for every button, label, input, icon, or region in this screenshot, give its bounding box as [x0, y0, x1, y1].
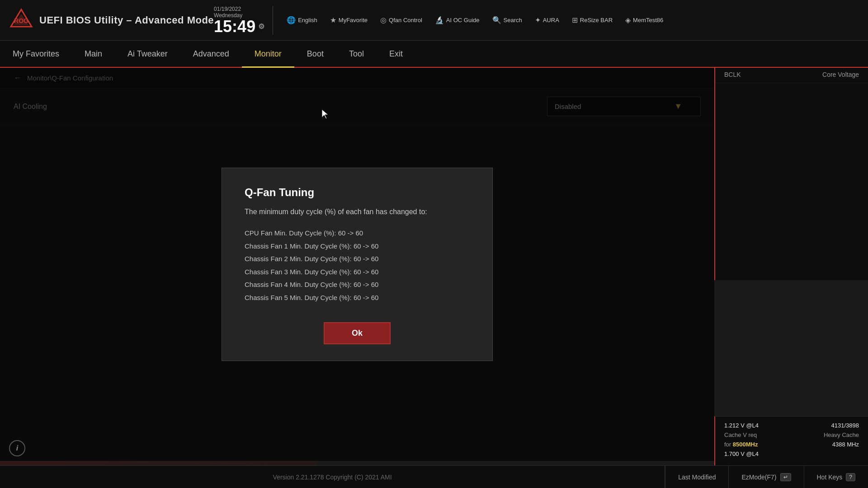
footer-ezmode[interactable]: EzMode(F7) ↵ [728, 466, 803, 488]
hw-corevoltage-label: Core Voltage [822, 71, 859, 78]
hw-row-bclk-voltage: BCLK Core Voltage [715, 66, 868, 83]
dialog-entry-2: Chassis Fan 2 Min. Duty Cycle (%): 60 ->… [245, 253, 470, 266]
toolbar-language[interactable]: 🌐 English [281, 13, 323, 27]
dialog-entry-1: Chassis Fan 1 Min. Duty Cycle (%): 60 ->… [245, 240, 470, 253]
toolbar-qfan[interactable]: ◎ Qfan Control [375, 13, 428, 27]
memtest-icon: ◈ [625, 16, 631, 24]
hw-bottom-row-4: 1.700 V @L4 [724, 450, 859, 457]
ezmode-icon: ↵ [780, 473, 791, 481]
toolbar: 🌐 English ★ MyFavorite ◎ Qfan Control 🔬 … [281, 13, 859, 27]
hw-bottom-val-1-left: 1.212 V @L4 [724, 422, 759, 429]
globe-icon: 🌐 [287, 16, 296, 24]
logo-area: ROG UEFI BIOS Utility – Advanced Mode [9, 8, 214, 33]
hotkeys-label: Hot Keys [817, 474, 843, 481]
hotkeys-icon: ? [846, 473, 855, 481]
dialog-box: Q-Fan Tuning The minimum duty cycle (%) … [222, 168, 493, 361]
hw-bottom-label-2-right: Heavy Cache [824, 432, 859, 438]
dialog-entry-4: Chassis Fan 4 Min. Duty Cycle (%): 60 ->… [245, 278, 470, 291]
nav-item-tool[interactable]: Tool [336, 42, 377, 68]
hw-bottom-row-1: 1.212 V @L4 4131/3898 [724, 422, 859, 429]
aura-icon: ✦ [535, 16, 541, 24]
resize-icon: ⊞ [572, 16, 578, 24]
dialog-title: Q-Fan Tuning [245, 186, 470, 199]
footer-version: Version 2.21.1278 Copyright (C) 2021 AMI [0, 474, 665, 481]
footer: Version 2.21.1278 Copyright (C) 2021 AMI… [0, 465, 868, 488]
svg-text:ROG: ROG [14, 17, 28, 24]
date-display: 01/19/2022Wednesday [214, 6, 242, 19]
nav-item-monitor[interactable]: Monitor [242, 42, 294, 68]
dialog-buttons: Ok [245, 322, 470, 344]
hw-bottom-highlight: 8500MHz [733, 441, 758, 448]
toolbar-aura[interactable]: ✦ AURA [529, 13, 565, 27]
nav-item-favorites[interactable]: My Favorites [0, 42, 72, 68]
nav-item-advanced[interactable]: Advanced [180, 42, 242, 68]
footer-hotkeys[interactable]: Hot Keys ? [804, 466, 868, 488]
hw-bclk-label: BCLK [724, 71, 741, 78]
rog-logo-icon: ROG [9, 8, 34, 33]
info-icon[interactable]: i [9, 440, 25, 456]
toolbar-resizebar[interactable]: ⊞ ReSize BAR [566, 13, 618, 27]
nav-item-main[interactable]: Main [72, 42, 115, 68]
ezmode-label: EzMode(F7) [741, 474, 776, 481]
fan-icon: ◎ [380, 16, 387, 24]
nav-item-exit[interactable]: Exit [377, 42, 415, 68]
last-modified-label: Last Modified [678, 474, 716, 481]
hw-bottom-row-2: Cache V req Heavy Cache [724, 432, 859, 438]
hw-bottom-label-2-left: Cache V req [724, 432, 757, 438]
footer-last-modified[interactable]: Last Modified [665, 466, 728, 488]
dialog-entries: CPU Fan Min. Duty Cycle (%): 60 -> 60 Ch… [245, 227, 470, 304]
star-icon: ★ [330, 16, 336, 24]
main-content: ← Monitor\Q-Fan Configuration AI Cooling… [0, 68, 714, 461]
nav-item-aitweaker[interactable]: Ai Tweaker [115, 42, 180, 68]
hw-bottom-panel: 1.212 V @L4 4131/3898 Cache V req Heavy … [714, 416, 868, 465]
toolbar-search[interactable]: 🔍 Search [487, 13, 528, 27]
hw-bottom-row-3: for 8500MHz 4388 MHz [724, 441, 859, 448]
top-bar: ROG UEFI BIOS Utility – Advanced Mode 01… [0, 0, 868, 41]
dialog-entry-3: Chassis Fan 3 Min. Duty Cycle (%): 60 ->… [245, 266, 470, 279]
nav-bar: My Favorites Main Ai Tweaker Advanced Mo… [0, 41, 868, 68]
toolbar-myfavorite[interactable]: ★ MyFavorite [325, 13, 373, 27]
hw-bottom-val-3-right: 4388 MHz [832, 441, 859, 448]
hw-bottom-val-4-left: 1.700 V @L4 [724, 450, 759, 457]
dialog-overlay: Q-Fan Tuning The minimum duty cycle (%) … [0, 68, 714, 461]
footer-actions: Last Modified EzMode(F7) ↵ Hot Keys ? [665, 466, 868, 488]
dialog-entry-5: Chassis Fan 5 Min. Duty Cycle (%): 60 ->… [245, 291, 470, 305]
ok-button[interactable]: Ok [324, 322, 391, 344]
bios-title: UEFI BIOS Utility – Advanced Mode [39, 14, 214, 26]
nav-item-boot[interactable]: Boot [294, 42, 336, 68]
dialog-description: The minimum duty cycle (%) of each fan h… [245, 208, 470, 216]
hw-bottom-val-1-right: 4131/3898 [831, 422, 859, 429]
oc-icon: 🔬 [435, 16, 444, 24]
search-icon: 🔍 [492, 16, 501, 24]
time-display: 15:49 ⚙ [214, 19, 264, 35]
time-settings-icon[interactable]: ⚙ [258, 23, 264, 30]
dialog-entry-0: CPU Fan Min. Duty Cycle (%): 60 -> 60 [245, 227, 470, 240]
toolbar-memtest[interactable]: ◈ MemTest86 [620, 13, 669, 27]
hw-bottom-for: for 8500MHz [724, 441, 758, 448]
toolbar-aioc[interactable]: 🔬 AI OC Guide [429, 13, 485, 27]
datetime-area: 01/19/2022Wednesday 15:49 ⚙ [214, 6, 273, 35]
